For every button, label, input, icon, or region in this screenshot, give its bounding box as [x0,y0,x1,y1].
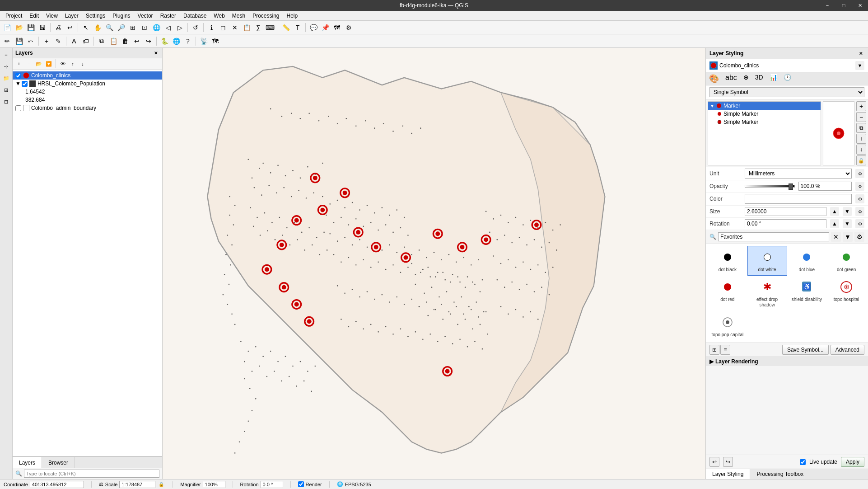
filter-button[interactable]: ⊹ [1,61,11,71]
symbol-search-dropdown[interactable]: ▼ [843,232,853,242]
size-extra-button[interactable]: ⚙ [855,207,864,216]
save-edits-button[interactable]: 💾 [14,36,24,47]
menu-mesh[interactable]: Mesh [229,12,249,20]
help-button[interactable]: ? [182,36,193,47]
color-swatch[interactable] [745,194,852,204]
measure-button[interactable]: 📏 [280,22,291,33]
rotation-up-button[interactable]: ▲ [830,219,839,228]
expand-button[interactable]: ⊞ [1,85,11,95]
advanced-button[interactable]: Advanced [831,345,864,355]
menu-vector[interactable]: Vector [134,12,157,20]
gps2-button[interactable]: 🗺 [210,36,221,47]
style-tab-diagram[interactable]: 📊 [766,72,780,85]
menu-web[interactable]: Web [210,12,228,20]
move-up-button[interactable]: ↑ [68,59,77,68]
new-project-button[interactable]: 📄 [2,22,13,33]
size-up-button[interactable]: ▲ [830,207,839,216]
filter-layer-button[interactable]: 🔽 [44,59,53,68]
style-tab-abc[interactable]: abc [722,72,740,85]
menu-processing[interactable]: Processing [249,12,283,20]
grid-view-button[interactable]: ⊞ [709,345,719,355]
layer-rendering-header[interactable]: ▶ Layer Rendering [706,357,868,366]
label2-button[interactable]: 🏷 [80,36,91,47]
layer-check-colombo-admin[interactable] [15,105,21,111]
undo-style-button[interactable]: ↩ [709,457,719,467]
size-input[interactable] [745,207,826,216]
search-input[interactable] [24,470,159,478]
zoom-next-button[interactable]: ▷ [174,22,185,33]
pin-button[interactable]: 📌 [320,22,331,33]
symbol-search-options[interactable]: ⚙ [854,232,864,242]
menu-settings[interactable]: Settings [82,12,109,20]
scale-input[interactable] [119,481,155,488]
opacity-input[interactable] [798,182,852,191]
tab-browser[interactable]: Browser [42,457,75,468]
zoom-out-button[interactable]: 🔎 [116,22,126,33]
style-tab-history[interactable]: 🕐 [780,72,794,85]
style-tab-symbology[interactable]: 🎨 [706,72,722,85]
pan-button[interactable]: ✋ [92,22,103,33]
symbol-cell-shield-disability[interactable]: ♿ shield disability [787,276,827,311]
gps-button[interactable]: 📡 [198,36,209,47]
menu-project[interactable]: Project [2,12,26,20]
open-table-button[interactable]: 📋 [241,22,252,33]
refresh-button[interactable]: ↺ [190,22,201,33]
rollback-button[interactable]: ⤺ [25,36,36,47]
open-project-button[interactable]: 📂 [14,22,24,33]
rotation-status-input[interactable] [261,481,283,488]
move-down-button[interactable]: ↓ [78,59,87,68]
save-as-button[interactable]: 🖫 [37,22,48,33]
magnifier-input[interactable] [203,481,225,488]
render-button[interactable]: 🗺 [331,22,342,33]
plugin2-button[interactable]: 🌐 [171,36,182,47]
remove-symbol-button[interactable]: − [856,112,866,122]
rotation-down-button[interactable]: ▼ [843,219,852,228]
identify-button[interactable]: ℹ [206,22,217,33]
menu-plugins[interactable]: Plugins [109,12,134,20]
symbol-tree-simple-1[interactable]: Simple Marker [715,110,821,118]
print-button[interactable]: 🖨 [53,22,64,33]
redo-button[interactable]: ↪ [143,36,154,47]
symbol-cell-dot-blue[interactable]: dot blue [787,246,827,276]
live-update-checkbox[interactable] [800,459,806,465]
symbol-cell-effect-drop[interactable]: ✱ effect drop shadow [747,276,787,311]
minimize-button[interactable]: − [819,0,835,11]
symbol-cell-dot-black[interactable]: dot black [708,246,747,276]
symbol-search-input[interactable] [718,232,829,241]
menu-view[interactable]: View [42,12,61,20]
add-layer-button[interactable]: + [14,59,23,68]
right-panel-close-button[interactable]: ✕ [857,50,864,57]
delete-button[interactable]: 🗑 [120,36,131,47]
plugin1-button[interactable]: 🐍 [159,36,170,47]
list-view-button[interactable]: ≡ [720,345,730,355]
symbol-up-button[interactable]: ↑ [856,134,866,144]
rotation-input[interactable] [745,219,826,228]
undo-button[interactable]: ↩ [65,22,75,33]
label-button[interactable]: A [69,36,79,47]
symbol-tree-simple-2[interactable]: Simple Marker [715,118,821,126]
map-tips-button[interactable]: 💬 [308,22,319,33]
select-button[interactable]: ↖ [80,22,91,33]
layer-item-hrsl[interactable]: ▼ HRSL_Colombo_Population [13,80,162,88]
unit-select[interactable]: Millimeters [745,169,852,179]
menu-help[interactable]: Help [283,12,302,20]
render-checkbox[interactable] [298,481,304,487]
map-canvas[interactable] [163,48,705,479]
symbol-cell-topo-pop[interactable]: topo pop capital [708,311,747,341]
undo2-button[interactable]: ↩ [131,36,142,47]
calculator-button[interactable]: ⌨ [265,22,275,33]
open-layer-button[interactable]: 📂 [34,59,43,68]
hrsl-expand-icon[interactable]: ▼ [15,80,21,87]
right-tab-layer-styling[interactable]: Layer Styling [706,469,750,479]
redo-style-button[interactable]: ↪ [723,457,733,467]
symbol-cell-topo-hospital[interactable]: ⊕ topo hospital [826,276,866,311]
maximize-button[interactable]: □ [835,0,852,11]
style-tab-mask[interactable]: ⊕ [740,72,752,85]
scale-lock-button[interactable]: 🔒 [157,480,165,489]
zoom-full-button[interactable]: 🌐 [151,22,162,33]
color-extra-button[interactable]: ⚙ [855,194,864,203]
zoom-selection-button[interactable]: ⊡ [139,22,150,33]
annotation-button[interactable]: T [292,22,303,33]
menu-raster[interactable]: Raster [157,12,180,20]
duplicate-symbol-button[interactable]: ⧉ [856,123,866,133]
